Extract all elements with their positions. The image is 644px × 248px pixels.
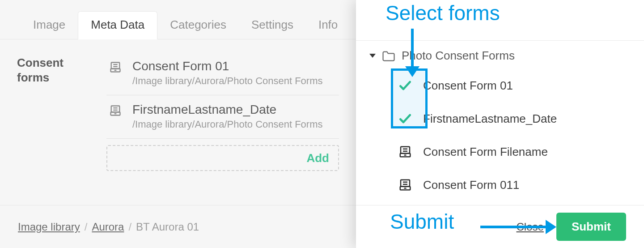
submit-button[interactable]: Submit (556, 213, 626, 241)
consent-forms-list: Consent Form 01 /Image library/Aurora/Ph… (106, 56, 339, 171)
svg-rect-5 (111, 106, 120, 112)
checkmark-icon (395, 76, 415, 95)
breadcrumb-folder[interactable]: Aurora (92, 221, 124, 233)
svg-rect-0 (111, 63, 120, 69)
breadcrumb-root[interactable]: Image library (18, 221, 80, 233)
document-archive-icon (395, 175, 415, 195)
tree-folder-label: Photo Consent Forms (402, 49, 515, 63)
tab-settings[interactable]: Settings (239, 12, 306, 39)
tab-info[interactable]: Info (306, 12, 350, 39)
tabs-bar: Image Meta Data Categories Settings Info (0, 0, 356, 39)
folder-icon (382, 51, 395, 61)
consent-form-row[interactable]: Consent Form 01 /Image library/Aurora/Ph… (106, 56, 339, 95)
document-archive-icon (109, 104, 122, 117)
form-picker-tree: Photo Consent Forms Consent Form 01 Firs… (356, 40, 644, 205)
checkmark-icon (395, 109, 415, 128)
tree-item-label: Consent Form 01 (423, 79, 513, 93)
caret-down-icon (369, 54, 376, 58)
breadcrumb-sep: / (85, 221, 88, 233)
tree-item[interactable]: FirstnameLastname_Date (391, 102, 633, 135)
breadcrumb: Image library / Aurora / BT Aurora 01 (0, 205, 356, 248)
tree-item[interactable]: Consent Form Filename (391, 135, 633, 168)
tree-item-label: Consent Form Filename (423, 145, 548, 159)
tab-categories[interactable]: Categories (157, 12, 239, 39)
consent-form-title: FirstnameLastname_Date (132, 103, 323, 117)
tab-image[interactable]: Image (21, 12, 78, 39)
tree-item-label: FirstnameLastname_Date (423, 112, 557, 126)
consent-form-path: /Image library/Aurora/Photo Consent Form… (132, 75, 323, 87)
close-button[interactable]: Close (517, 221, 544, 233)
breadcrumb-current: BT Aurora 01 (136, 221, 199, 233)
tree-folder-toggle[interactable]: Photo Consent Forms (367, 45, 633, 66)
breadcrumb-sep: / (128, 221, 131, 233)
tree-item[interactable]: Consent Form 011 (391, 168, 633, 201)
tab-meta-data[interactable]: Meta Data (78, 11, 157, 39)
tree-item-label: Consent Form 011 (423, 178, 519, 192)
add-consent-form-dropzone[interactable]: Add (106, 145, 339, 171)
meta-editor-panel: Image Meta Data Categories Settings Info… (0, 0, 356, 248)
consent-form-title: Consent Form 01 (132, 59, 323, 73)
field-label-consent-forms: Consent forms (17, 56, 93, 171)
consent-form-path: /Image library/Aurora/Photo Consent Form… (132, 119, 323, 130)
add-link[interactable]: Add (306, 151, 329, 165)
form-picker-panel: Photo Consent Forms Consent Form 01 Firs… (356, 0, 644, 248)
picker-footer: Close Submit (356, 205, 644, 248)
tree-item[interactable]: Consent Form 01 (391, 69, 633, 102)
svg-rect-15 (401, 180, 410, 187)
document-archive-icon (395, 142, 415, 162)
document-archive-icon (109, 61, 122, 73)
consent-form-row[interactable]: FirstnameLastname_Date /Image library/Au… (106, 95, 339, 139)
svg-rect-10 (401, 147, 410, 154)
tree-children: Consent Form 01 FirstnameLastname_Date (391, 69, 633, 201)
meta-content: Consent forms Consent Form 01 /Image lib… (0, 39, 356, 171)
